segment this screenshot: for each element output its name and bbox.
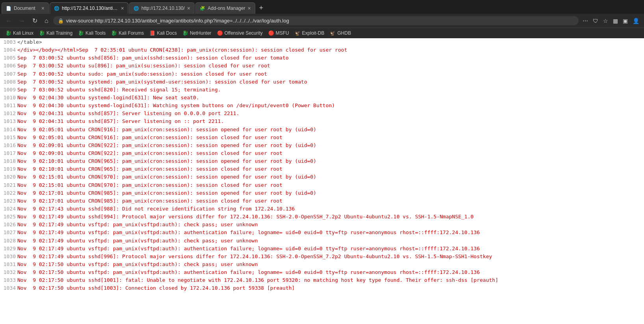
log-line: 1014Nov 9 02:05:01 ubuntu CRON[916]: pam… xyxy=(2,126,642,134)
ghdb-icon: 🦅 xyxy=(330,30,336,36)
log-line: 1022Nov 9 02:17:01 ubuntu CRON[985]: pam… xyxy=(2,189,642,197)
bookmark-label-msfu: MSFU xyxy=(276,30,289,36)
bookmark-label-kali-linux: Kali Linux xyxy=(13,30,33,36)
bookmark-label-offensive-security: Offensive Security xyxy=(225,30,263,36)
tab-close-document[interactable]: × xyxy=(41,5,45,11)
line-content: Nov 9 02:15:01 ubuntu CRON[970]: pam_uni… xyxy=(17,181,282,189)
bookmark-exploit-db[interactable]: 🦅 Exploit-DB xyxy=(292,30,327,37)
lock-icon: 🔒 xyxy=(58,18,64,24)
log-line: 1031Nov 9 02:17:50 ubuntu vsftpd: pam_un… xyxy=(2,261,642,268)
line-number: 1013 xyxy=(2,117,17,125)
log-line: 1016Nov 9 02:09:01 ubuntu CRON[922]: pam… xyxy=(2,142,642,149)
msfu-icon: 🔴 xyxy=(268,30,274,36)
line-number: 1010 xyxy=(2,94,17,102)
line-number: 1028 xyxy=(2,237,17,245)
new-tab-button[interactable]: + xyxy=(256,2,267,14)
line-content: Nov 9 02:10:01 ubuntu CRON[965]: pam_uni… xyxy=(17,165,282,173)
line-number: 1024 xyxy=(2,205,17,213)
bookmark-label-ghdb: GHDB xyxy=(337,30,351,36)
forward-button[interactable]: → xyxy=(17,17,28,25)
bookmark-label-exploit-db: Exploit-DB xyxy=(302,30,325,36)
tab-document[interactable]: 📄 Document × xyxy=(2,2,49,14)
back-button[interactable]: ← xyxy=(3,17,14,25)
log-line: 1003</table> xyxy=(2,38,642,46)
line-number: 1016 xyxy=(2,142,17,149)
bookmark-nethunter[interactable]: 🐉 NetHunter xyxy=(180,30,214,37)
line-number: 1031 xyxy=(2,261,17,268)
line-number: 1019 xyxy=(2,165,17,173)
bookmark-kali-tools[interactable]: 🐉 Kali Tools xyxy=(76,30,108,37)
log-line: 1017Nov 9 02:09:01 ubuntu CRON[922]: pam… xyxy=(2,149,642,157)
tab-title-host: http://172.24.10.130/ xyxy=(141,6,185,11)
tab-host[interactable]: 🌐 http://172.24.10.130/ × xyxy=(129,2,195,14)
log-line: 1013Nov 9 02:04:31 ubuntu sshd[857]: Ser… xyxy=(2,117,642,125)
log-line: 1004</div></body></html>Sep 7 02:35:01 u… xyxy=(2,46,642,54)
line-content: Nov 9 02:17:50 ubuntu vsftpd: pam_unix(v… xyxy=(17,268,480,276)
tab-addons[interactable]: 🧩 Add-ons Manager × xyxy=(195,2,255,14)
log-line: 1024Nov 9 02:17:43 ubuntu sshd[988]: Did… xyxy=(2,205,642,213)
tab-close-antibot[interactable]: × xyxy=(121,5,124,11)
line-number: 1007 xyxy=(2,70,17,78)
log-line: 1025Nov 9 02:17:49 ubuntu sshd[994]: Pro… xyxy=(2,213,642,221)
line-content: Nov 9 02:17:01 ubuntu CRON[985]: pam_uni… xyxy=(17,197,282,205)
line-number: 1020 xyxy=(2,173,17,181)
log-line: 1015Nov 9 02:05:01 ubuntu CRON[916]: pam… xyxy=(2,134,642,142)
tab-favicon-addons: 🧩 xyxy=(200,6,205,11)
reload-button[interactable]: ↻ xyxy=(30,16,40,25)
line-content: </table> xyxy=(17,38,42,46)
sidebar-icon[interactable]: ▦ xyxy=(611,17,620,25)
bookmark-offensive-security[interactable]: 🔴 Offensive Security xyxy=(215,30,265,37)
line-content: Nov 9 02:17:49 ubuntu sshd[996]: Protoco… xyxy=(17,253,492,261)
log-line: 1034Nov 9 02:17:50 ubuntu sshd[1003]: Co… xyxy=(2,284,642,292)
log-line: 1020Nov 9 02:15:01 ubuntu CRON[970]: pam… xyxy=(2,173,642,181)
line-content: Nov 9 02:09:01 ubuntu CRON[922]: pam_uni… xyxy=(17,149,282,157)
kali-docs-icon: 📕 xyxy=(149,30,155,36)
address-bar-wrap[interactable]: 🔒 xyxy=(53,16,579,25)
more-options-icon[interactable]: ⋯ xyxy=(581,17,590,25)
log-line: 1026Nov 9 02:17:49 ubuntu vsftpd: pam_un… xyxy=(2,221,642,229)
line-number: 1023 xyxy=(2,197,17,205)
bookmark-ghdb[interactable]: 🦅 GHDB xyxy=(327,30,353,37)
browser-chrome: 📄 Document × 🌐 http://172.24.10.130/anti… xyxy=(0,0,644,38)
line-content: Nov 9 02:04:31 ubuntu sshd[857]: Server … xyxy=(17,117,224,125)
window-icon[interactable]: ▣ xyxy=(621,17,629,25)
line-content: Nov 9 02:17:49 ubuntu vsftpd: pam_unix(v… xyxy=(17,237,258,245)
tab-favicon-document: 📄 xyxy=(6,6,11,11)
line-content: Sep 7 03:00:52 ubuntu sshd[856]: pam_uni… xyxy=(17,54,289,62)
log-line: 1012Nov 9 02:04:31 ubuntu sshd[857]: Ser… xyxy=(2,110,642,117)
log-line: 1018Nov 9 02:10:01 ubuntu CRON[965]: pam… xyxy=(2,157,642,165)
home-button[interactable]: ⌂ xyxy=(42,17,51,25)
log-line: 1008Sep 7 03:00:52 ubuntu systemd: pam_u… xyxy=(2,78,642,86)
address-bar[interactable] xyxy=(66,18,574,24)
profile-icon[interactable]: 👤 xyxy=(631,17,641,25)
line-content: Nov 9 02:17:50 ubuntu vsftpd: pam_unix(v… xyxy=(17,261,258,268)
line-number: 1022 xyxy=(2,189,17,197)
line-content: Nov 9 02:10:01 ubuntu CRON[965]: pam_uni… xyxy=(17,157,316,165)
bookmark-label-kali-training: Kali Training xyxy=(46,30,72,36)
bookmark-kali-linux[interactable]: 🐉 Kali Linux xyxy=(3,30,36,37)
line-content: Nov 9 02:17:01 ubuntu CRON[985]: pam_uni… xyxy=(17,189,316,197)
tab-bar: 📄 Document × 🌐 http://172.24.10.130/anti… xyxy=(0,0,644,14)
tab-title-addons: Add-ons Manager xyxy=(208,6,245,11)
bookmark-kali-training[interactable]: 🐉 Kali Training xyxy=(37,30,75,37)
line-number: 1033 xyxy=(2,276,17,284)
line-content: Nov 9 02:05:01 ubuntu CRON[916]: pam_uni… xyxy=(17,134,282,142)
tab-close-addons[interactable]: × xyxy=(248,5,251,11)
line-number: 1012 xyxy=(2,110,17,117)
bookmark-kali-docs[interactable]: 📕 Kali Docs xyxy=(147,30,179,37)
line-content: Nov 9 02:17:50 ubuntu sshd[1003]: Connec… xyxy=(17,284,295,292)
line-number: 1006 xyxy=(2,62,17,70)
bookmark-label-kali-forums: Kali Forums xyxy=(119,30,144,36)
tab-antibot[interactable]: 🌐 http://172.24.10.130/antibo… × xyxy=(50,2,128,14)
exploit-db-icon: 🦅 xyxy=(295,30,301,36)
bookmark-kali-forums[interactable]: 🐉 Kali Forums xyxy=(109,30,146,37)
line-number: 1032 xyxy=(2,268,17,276)
log-line: 1023Nov 9 02:17:01 ubuntu CRON[985]: pam… xyxy=(2,197,642,205)
line-number: 1018 xyxy=(2,157,17,165)
line-content: Nov 9 02:04:30 ubuntu systemd-logind[631… xyxy=(17,94,199,102)
bookmark-msfu[interactable]: 🔴 MSFU xyxy=(266,30,291,37)
log-line: 1029Nov 9 02:17:49 ubuntu vsftpd: pam_un… xyxy=(2,245,642,253)
tab-close-host[interactable]: × xyxy=(187,5,190,11)
line-content: Nov 9 02:17:50 ubuntu sshd[1001]: fatal:… xyxy=(17,276,498,284)
star-icon[interactable]: ☆ xyxy=(601,17,610,25)
